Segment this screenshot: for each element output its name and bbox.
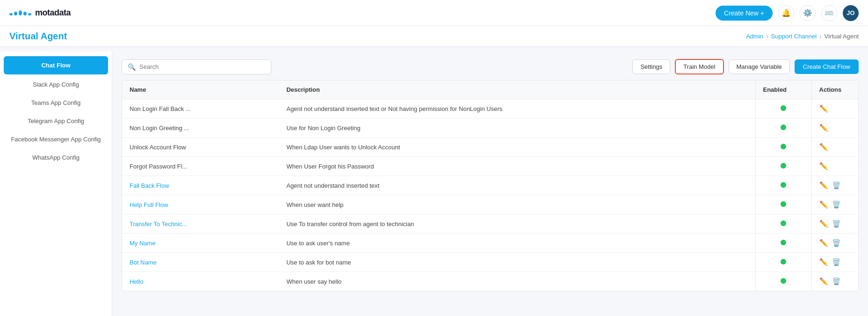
- table-row: My NameUse to ask user's name✏️🗑️: [122, 234, 858, 253]
- delete-icon[interactable]: 🗑️: [832, 181, 841, 190]
- row-actions: ✏️🗑️: [811, 253, 858, 272]
- row-description: When Ldap User wants to Unlock Account: [279, 138, 755, 157]
- breadcrumb-support-channel[interactable]: Support Channel: [771, 33, 817, 40]
- notification-icon[interactable]: 🔔: [778, 5, 794, 21]
- row-actions: ✏️🗑️: [811, 234, 858, 253]
- sidebar-item-slack-app-config[interactable]: Slack App Config: [0, 75, 112, 94]
- edit-icon[interactable]: ✏️: [819, 124, 828, 132]
- settings-icon[interactable]: ⚙️: [800, 5, 816, 21]
- table-row: Forgot Password Fl...When User Forgot hi…: [122, 157, 858, 176]
- edit-icon[interactable]: ✏️: [819, 200, 828, 209]
- col-header-enabled: Enabled: [755, 81, 811, 99]
- row-name: Non Login Greeting ...: [122, 118, 279, 138]
- page-title-bar: Virtual Agent Admin › Support Channel › …: [0, 26, 868, 47]
- row-enabled: [755, 176, 811, 195]
- layout: Chat Flow Slack App Config Teams App Con…: [0, 51, 868, 316]
- enabled-dot: [781, 201, 786, 207]
- enabled-dot: [781, 105, 786, 111]
- search-icon: 🔍: [128, 63, 136, 71]
- table-row: Help Full FlowWhen user want help✏️🗑️: [122, 195, 858, 214]
- row-enabled: [755, 157, 811, 176]
- table-row: Bot NameUse to ask for bot name✏️🗑️: [122, 253, 858, 272]
- action-icons: ✏️🗑️: [819, 239, 851, 247]
- delete-icon[interactable]: 🗑️: [832, 239, 841, 247]
- edit-icon[interactable]: ✏️: [819, 143, 828, 151]
- delete-icon[interactable]: 🗑️: [832, 277, 841, 286]
- table-header-row: Name Description Enabled Actions: [122, 81, 858, 99]
- sidebar-item-facebook-messenger[interactable]: Facebook Messenger App Config: [0, 130, 112, 148]
- row-actions: ✏️: [811, 99, 858, 118]
- row-description: When user say hello: [279, 272, 755, 291]
- row-actions: ✏️🗑️: [811, 195, 858, 214]
- avatar[interactable]: JO: [843, 5, 859, 21]
- manage-variable-button[interactable]: Manage Variable: [729, 59, 790, 74]
- row-name[interactable]: Bot Name: [122, 253, 279, 272]
- row-name[interactable]: My Name: [122, 234, 279, 253]
- sidebar-item-teams-app-config[interactable]: Teams App Config: [0, 94, 112, 112]
- edit-icon[interactable]: ✏️: [819, 258, 828, 266]
- row-description: Use for Non Login Greeting: [279, 118, 755, 138]
- header: motadata Create New + 🔔 ⚙️ ⌨️ JO: [0, 0, 868, 26]
- row-name[interactable]: Hello: [122, 272, 279, 291]
- row-name[interactable]: Fall Back Flow: [122, 176, 279, 195]
- row-name: Unlock Account Flow: [122, 138, 279, 157]
- row-actions: ✏️: [811, 118, 858, 138]
- sidebar-item-whatsapp-config[interactable]: WhatsApp Config: [0, 148, 112, 167]
- create-new-button[interactable]: Create New +: [716, 6, 773, 21]
- edit-icon[interactable]: ✏️: [819, 181, 828, 190]
- col-header-description: Description: [279, 81, 755, 99]
- delete-icon[interactable]: 🗑️: [832, 220, 841, 228]
- edit-icon[interactable]: ✏️: [819, 239, 828, 247]
- table-row: Unlock Account FlowWhen Ldap User wants …: [122, 138, 858, 157]
- row-name[interactable]: Help Full Flow: [122, 195, 279, 214]
- edit-icon[interactable]: ✏️: [819, 162, 828, 170]
- row-enabled: [755, 253, 811, 272]
- row-description: When User Forgot his Password: [279, 157, 755, 176]
- enabled-dot: [781, 144, 786, 149]
- breadcrumb-admin[interactable]: Admin: [746, 33, 763, 40]
- row-enabled: [755, 214, 811, 234]
- row-name[interactable]: Transfer To Technic...: [122, 214, 279, 234]
- enabled-dot: [781, 220, 786, 226]
- action-icons: ✏️🗑️: [819, 181, 851, 190]
- keyboard-icon[interactable]: ⌨️: [821, 5, 837, 21]
- search-box: 🔍: [122, 59, 271, 74]
- enabled-dot: [781, 259, 786, 265]
- delete-icon[interactable]: 🗑️: [832, 200, 841, 209]
- enabled-dot: [781, 278, 786, 284]
- edit-icon[interactable]: ✏️: [819, 277, 828, 286]
- row-description: Agent not understand inserted text: [279, 176, 755, 195]
- row-description: Use To transfer control from agent to te…: [279, 214, 755, 234]
- edit-icon[interactable]: ✏️: [819, 104, 828, 113]
- create-chat-flow-button[interactable]: Create Chat Flow: [795, 59, 859, 74]
- action-icons: ✏️🗑️: [819, 220, 851, 228]
- row-enabled: [755, 118, 811, 138]
- sidebar-item-telegram-app-config[interactable]: Telegram App Config: [0, 112, 112, 130]
- train-model-button[interactable]: Train Model: [675, 59, 723, 74]
- table-row: Transfer To Technic...Use To transfer co…: [122, 214, 858, 234]
- action-icons: ✏️: [819, 104, 851, 113]
- settings-button[interactable]: Settings: [632, 59, 670, 74]
- row-actions: ✏️: [811, 138, 858, 157]
- row-name: Forgot Password Fl...: [122, 157, 279, 176]
- sidebar-item-chat-flow[interactable]: Chat Flow: [4, 56, 108, 74]
- header-right: Create New + 🔔 ⚙️ ⌨️ JO: [716, 5, 859, 21]
- row-actions: ✏️: [811, 157, 858, 176]
- edit-icon[interactable]: ✏️: [819, 220, 828, 228]
- logo-text: motadata: [35, 8, 71, 18]
- row-enabled: [755, 234, 811, 253]
- row-enabled: [755, 195, 811, 214]
- logo-area: motadata: [9, 8, 71, 18]
- delete-icon[interactable]: 🗑️: [832, 258, 841, 266]
- toolbar: 🔍 Settings Train Model Manage Variable C…: [122, 59, 859, 74]
- enabled-dot: [781, 163, 786, 169]
- row-description: Use to ask for bot name: [279, 253, 755, 272]
- row-name: Non Login Fall Back ...: [122, 99, 279, 118]
- sidebar: Chat Flow Slack App Config Teams App Con…: [0, 51, 112, 316]
- row-description: Agent not understand inserted text or No…: [279, 99, 755, 118]
- breadcrumb: Admin › Support Channel › Virtual Agent: [746, 33, 859, 40]
- main-content: 🔍 Settings Train Model Manage Variable C…: [112, 51, 868, 316]
- breadcrumb-current: Virtual Agent: [825, 33, 859, 40]
- row-description: Use to ask user's name: [279, 234, 755, 253]
- search-input[interactable]: [139, 63, 265, 70]
